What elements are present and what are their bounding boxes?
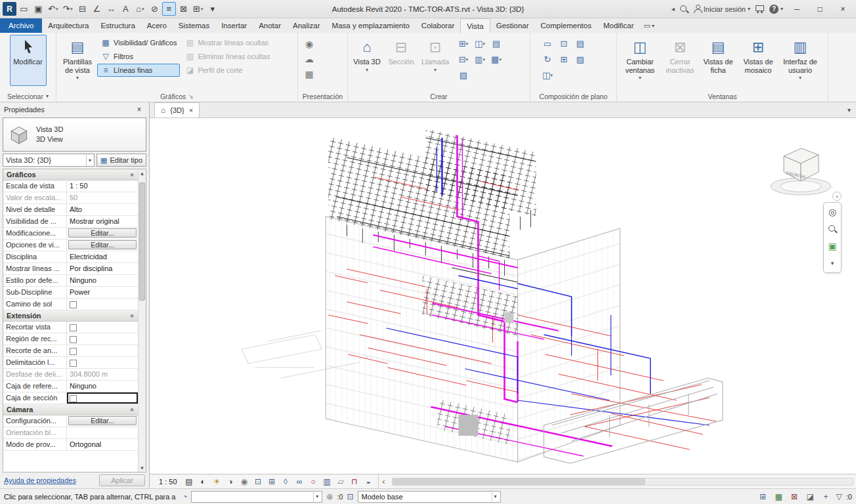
property-value[interactable]: Editar... — [67, 240, 138, 251]
user-interface-button[interactable]: ▥ Interfaz de usuario ▾ — [780, 35, 821, 86]
drafting-view-icon[interactable]: ▤ — [488, 36, 504, 51]
scroll-left-icon[interactable]: ‹ — [379, 477, 389, 486]
active-workset-combo[interactable]: ▾ — [191, 491, 322, 503]
open-icon[interactable]: ▭ — [17, 2, 31, 16]
type-selector-combo[interactable]: Vista 3D: {3D} ▾ — [3, 154, 95, 167]
select-underlay-elements-icon[interactable]: ▦ — [773, 491, 785, 503]
property-value[interactable]: 304.8000 m — [67, 369, 138, 380]
view-tab-3d[interactable]: ⌂ {3D} × — [154, 102, 200, 117]
property-row[interactable]: Visibilidad de ... Mostrar original — [3, 216, 138, 228]
unlock-3d-view-icon[interactable]: ◊ — [279, 476, 293, 488]
properties-scrollbar[interactable]: ▲ ▼ — [138, 169, 146, 472]
tile-views-button[interactable]: ⊞ Vistas de mosaico — [738, 35, 779, 86]
property-value[interactable]: Editar... — [67, 228, 138, 239]
type-preview[interactable]: Vista 3D 3D View — [3, 117, 146, 152]
detail-level-icon[interactable]: ▤ — [182, 476, 196, 488]
scrollbar-track[interactable] — [392, 478, 853, 486]
switch-windows-icon[interactable]: ⊞ — [191, 2, 205, 16]
edit-type-button[interactable]: ▦ Editar tipo — [96, 154, 146, 167]
guide-grid-icon[interactable]: ⊞ — [556, 52, 572, 67]
ribbon-tab[interactable]: Arquitectura — [42, 18, 95, 33]
worksharing-status-icon[interactable]: ◔ — [182, 492, 187, 501]
view-templates-button[interactable]: ▤ Plantillas de vista ▾ — [59, 35, 96, 86]
thin-lines-button[interactable]: ≡ Líneas finas — [97, 64, 180, 77]
signin-button[interactable]: Iniciar sesión ▾ — [693, 5, 750, 13]
undo-icon[interactable]: ↶ — [46, 2, 60, 16]
property-value[interactable]: Alto — [67, 204, 138, 215]
hide-analytical-model-icon[interactable]: ▱ — [334, 476, 348, 488]
text-icon[interactable]: A — [119, 2, 133, 16]
reveal-constraints-icon[interactable]: ⊓ — [348, 476, 362, 488]
cut-profile-button[interactable]: ◪ Perfil de corte — [181, 64, 273, 77]
legends-icon[interactable]: ▥ — [472, 52, 488, 67]
scrollbar-thumb[interactable] — [393, 478, 646, 485]
schedules-icon[interactable]: ▦ — [488, 52, 504, 67]
new-sheet-icon[interactable]: ▭ — [540, 36, 555, 51]
property-row[interactable]: Estilo por defe... Ninguno — [3, 275, 138, 287]
property-row[interactable]: Disciplina Electricidad — [3, 251, 138, 263]
place-view-icon[interactable]: ⊡ — [556, 36, 572, 51]
close-icon[interactable]: × — [133, 105, 145, 114]
design-option-combo[interactable]: Modelo base ▾ — [358, 491, 501, 503]
property-row[interactable]: Nivel de detalle Alto — [3, 204, 138, 216]
save-icon[interactable]: ▣ — [32, 2, 45, 16]
property-row[interactable]: Delimitación l... — [3, 357, 138, 369]
panel-label-presentacion[interactable]: Presentación — [298, 91, 347, 102]
ribbon-tab[interactable]: Acero — [141, 18, 173, 33]
property-value[interactable]: Ortogonal — [67, 439, 138, 450]
render-dialog-icon[interactable]: ◉ — [238, 476, 251, 488]
panel-label-crear[interactable]: Crear — [348, 91, 530, 102]
property-row[interactable]: Modo de prov... Ortogonal — [3, 439, 138, 451]
property-row[interactable]: Valor de escala... 50 — [3, 192, 138, 204]
render-gallery-icon[interactable]: ▦ — [302, 68, 316, 81]
temporary-hide-isolate-icon[interactable]: ∞ — [293, 476, 307, 488]
property-value[interactable]: Power — [67, 287, 138, 298]
property-row[interactable]: Camino de sol — [3, 299, 138, 310]
ribbon-tab[interactable]: Colaborar — [416, 18, 461, 33]
ribbon-tab[interactable]: Gestionar — [490, 18, 535, 33]
crop-view-icon[interactable]: ⊡ — [251, 476, 265, 488]
property-value[interactable]: Mostrar original — [67, 216, 138, 227]
property-value[interactable]: Ninguno — [67, 275, 138, 286]
temporary-view-properties-icon[interactable]: ▥ — [320, 476, 334, 488]
search-icon[interactable] — [679, 5, 689, 14]
help-button[interactable]: ? ▾ — [769, 5, 783, 14]
scrollbar-thumb[interactable] — [139, 182, 145, 301]
viewport-icon[interactable]: ◫ — [540, 68, 555, 83]
show-hidden-lines-button[interactable]: ▤ Mostrar líneas ocultas — [181, 36, 273, 49]
section-button[interactable]: ⊟ Sección — [385, 35, 417, 86]
property-value[interactable] — [67, 322, 138, 333]
editing-requests-icon[interactable]: ⊕ — [326, 492, 333, 501]
property-row[interactable]: Opciones de vi... Editar... — [3, 240, 138, 251]
property-row[interactable]: Modificacione... Editar... — [3, 228, 138, 240]
shadows-icon[interactable]: ◑ — [224, 476, 238, 488]
section-header-graficos[interactable]: Gráficos « — [3, 169, 138, 180]
title-block-icon[interactable]: ▤ — [572, 36, 588, 51]
ribbon-tab[interactable]: Modificar — [597, 18, 640, 33]
switch-windows-button[interactable]: ◫ Cambiar ventanas ▾ — [620, 35, 660, 86]
panel-label-ventanas[interactable]: Ventanas — [617, 91, 828, 102]
property-value[interactable]: 50 — [67, 192, 138, 203]
visibility-graphics-button[interactable]: ▦ Visibilidad/ Gráficos — [97, 36, 180, 49]
property-value[interactable]: Editar... — [67, 415, 138, 427]
duplicate-view-icon[interactable]: ⊟ — [456, 52, 471, 67]
worksharing-display-icon[interactable]: ◒ — [362, 476, 375, 488]
view-tab-list-icon[interactable]: ▾ — [842, 106, 856, 114]
apply-button[interactable]: Aplicar — [99, 474, 145, 486]
close-view-icon[interactable]: × — [189, 106, 193, 114]
ribbon-tab[interactable]: Anotar — [253, 18, 287, 33]
minimize-button[interactable]: ─ — [788, 2, 806, 16]
scope-box-icon[interactable]: ▧ — [456, 68, 471, 83]
panel-label-seleccionar[interactable]: Seleccionar▾ — [0, 91, 56, 102]
navigation-wheel-icon[interactable]: ◎ — [826, 205, 839, 219]
ribbon-tab[interactable]: Archivo — [0, 18, 42, 33]
render-icon[interactable]: ◉ — [302, 37, 316, 51]
close-inactive-button[interactable]: ⊠ Cerrar inactivas — [662, 35, 698, 86]
render-in-cloud-icon[interactable]: ☁ — [302, 52, 316, 66]
matchline-icon[interactable]: ▨ — [572, 52, 588, 67]
close-inactive-views-icon[interactable]: ⊠ — [177, 2, 190, 16]
section-header-extension[interactable]: Extensión « — [3, 310, 138, 322]
property-value[interactable]: Electricidad — [67, 251, 138, 262]
ribbon-tab[interactable]: Insertar — [215, 18, 253, 33]
properties-help-link[interactable]: Ayuda de propiedades — [4, 476, 76, 484]
